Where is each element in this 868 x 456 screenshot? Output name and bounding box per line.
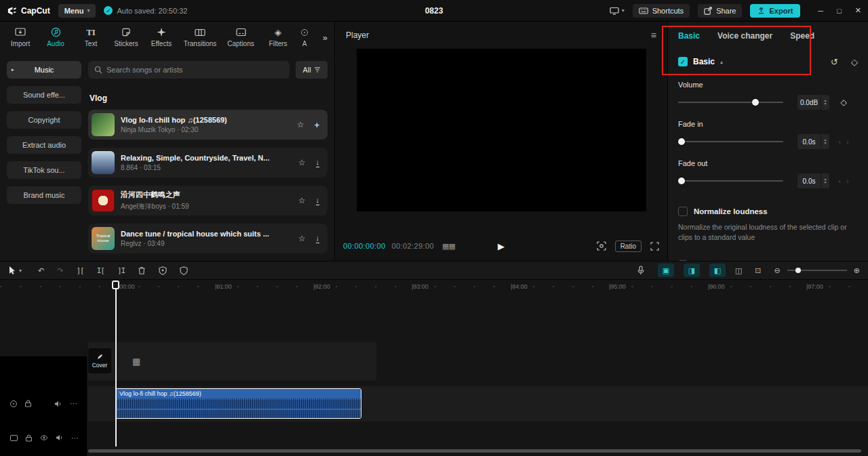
timeline-ruler[interactable]: 00:00 |01:00 |02:00 |03:00 |04:00 |05:00… xyxy=(0,280,868,293)
volume-slider[interactable] xyxy=(678,98,783,107)
search-box[interactable] xyxy=(88,61,290,79)
delete-right-button[interactable]: ]I xyxy=(117,266,125,275)
song-item[interactable]: Vlog lo-fi chill hop ♫(1258569) Ninja Mu… xyxy=(88,110,328,140)
share-button[interactable]: Share xyxy=(698,4,742,18)
expand-tabs-icon[interactable]: » xyxy=(323,33,332,43)
playhead-handle[interactable] xyxy=(112,281,119,289)
speaker-icon[interactable] xyxy=(54,400,62,407)
favorite-icon[interactable]: ☆ xyxy=(298,234,306,243)
player-menu-icon[interactable]: ≡ xyxy=(651,30,656,41)
tab-transitions[interactable]: Transitions xyxy=(179,27,221,47)
delete-button[interactable] xyxy=(138,266,146,275)
download-icon[interactable]: ↓ xyxy=(316,158,320,167)
tab-voice-changer[interactable]: Voice changer xyxy=(717,31,772,41)
sidebar-item-music[interactable]: ▸ Music xyxy=(7,61,81,79)
basic-checkbox[interactable]: ✓ xyxy=(678,57,688,66)
eye-icon[interactable] xyxy=(40,435,48,440)
filter-all-button[interactable]: All xyxy=(296,61,328,79)
volume-stepper[interactable]: ▴ ▾ xyxy=(821,95,829,110)
tab-basic[interactable]: Basic xyxy=(678,31,700,41)
more-options-icon[interactable]: ⋯ xyxy=(71,434,79,442)
sidebar-item-copyright[interactable]: Copyright xyxy=(7,111,81,129)
menu-button[interactable]: Menu ▾ xyxy=(58,4,96,18)
split-button[interactable]: ][ xyxy=(76,266,83,275)
tab-text[interactable]: TI Text xyxy=(73,27,108,47)
redo-button[interactable]: ↷ xyxy=(57,266,63,275)
delete-left-button[interactable]: I[ xyxy=(97,266,104,275)
download-icon[interactable]: ↓ xyxy=(316,234,320,243)
collapse-icon[interactable]: ▴ xyxy=(720,59,723,65)
tab-adjust-truncated[interactable]: A xyxy=(296,27,313,47)
fade-out-stepper[interactable]: ▴ ▾ xyxy=(821,173,829,188)
sidebar-item-brand-music[interactable]: Brand music xyxy=(7,186,81,204)
fullscreen-icon[interactable] xyxy=(650,242,659,251)
undo-button[interactable]: ↶ xyxy=(38,266,44,275)
sidebar-item-extract-audio[interactable]: Extract audio xyxy=(7,136,81,154)
volume-keyframe-icon[interactable]: ◇ xyxy=(840,98,846,107)
favorite-icon[interactable]: ☆ xyxy=(298,158,306,167)
favorite-icon[interactable]: ☆ xyxy=(298,196,306,205)
fade-in-slider[interactable] xyxy=(678,137,783,146)
mask-button[interactable] xyxy=(159,266,167,275)
volume-value-box[interactable]: 0.0dB ▴ ▾ xyxy=(797,95,829,110)
minimize-button[interactable]: ─ xyxy=(818,7,823,15)
record-voiceover-button[interactable] xyxy=(637,266,645,275)
tab-import[interactable]: Import xyxy=(3,27,38,47)
slider-thumb[interactable] xyxy=(678,178,685,184)
tab-speed[interactable]: Speed xyxy=(790,31,814,41)
select-tool-button[interactable]: ▾ xyxy=(8,266,22,275)
magnet-toggle-icon[interactable]: ▣ xyxy=(658,264,674,277)
video-track[interactable]: ▦ xyxy=(87,342,376,381)
stepper-down-icon[interactable]: ▾ xyxy=(824,142,826,145)
export-button[interactable]: Export xyxy=(750,4,800,18)
fade-out-slider[interactable] xyxy=(678,176,783,186)
tab-audio[interactable]: Audio xyxy=(38,27,73,47)
shield-outline-button[interactable] xyxy=(180,266,188,275)
close-button[interactable]: ✕ xyxy=(855,6,861,15)
frame-preview-icon[interactable]: ▦▦ xyxy=(442,242,455,251)
fade-out-value-box[interactable]: 0.0s ▴ ▾ xyxy=(797,173,829,188)
shortcuts-button[interactable]: Shortcuts xyxy=(633,4,690,18)
song-item[interactable]: Tropical House Dance tune / tropical hou… xyxy=(88,224,328,253)
tab-filters[interactable]: ◈ Filters xyxy=(260,27,296,47)
lock-icon[interactable] xyxy=(24,400,32,407)
reset-icon[interactable]: ↺ xyxy=(831,57,838,67)
maximize-button[interactable]: □ xyxy=(837,7,842,15)
slider-thumb[interactable] xyxy=(752,99,759,106)
tab-stickers[interactable]: Stickers xyxy=(108,27,144,47)
preview-quality-icon[interactable]: ⊡ xyxy=(755,266,761,275)
timeline-zoom-slider[interactable] xyxy=(787,266,847,274)
play-button[interactable]: ▶ xyxy=(498,241,505,251)
sidebar-item-sound-effects[interactable]: Sound effe... xyxy=(7,86,81,104)
focus-icon[interactable] xyxy=(597,241,606,251)
song-item[interactable]: Relaxing, Simple, Countryside, Travel, N… xyxy=(88,148,328,178)
favorite-icon[interactable]: ☆ xyxy=(297,120,304,129)
search-input[interactable] xyxy=(106,66,283,74)
zoom-in-button[interactable]: ⊕ xyxy=(854,266,860,275)
keyframe-icon[interactable]: ◇ xyxy=(851,57,858,67)
fade-in-stepper[interactable]: ▴ ▾ xyxy=(821,134,829,149)
ratio-button[interactable]: Ratio xyxy=(615,241,642,252)
display-mode-button[interactable]: ▾ xyxy=(610,7,625,15)
playhead-line[interactable] xyxy=(115,281,117,447)
lock-icon[interactable] xyxy=(25,434,33,442)
zoom-slider-thumb[interactable] xyxy=(795,268,801,273)
sidebar-item-tiktok-sounds[interactable]: TikTok sou... xyxy=(7,161,81,179)
more-options-icon[interactable]: ⋯ xyxy=(70,399,78,408)
add-to-timeline-icon[interactable]: + xyxy=(314,120,319,130)
tab-captions[interactable]: Captions xyxy=(221,27,260,47)
cover-button[interactable]: Cover xyxy=(88,348,111,373)
link-clips-toggle-icon[interactable]: ◨ xyxy=(684,264,700,277)
horizontal-scrollbar[interactable] xyxy=(88,449,861,453)
normalize-checkbox[interactable] xyxy=(678,207,688,216)
stepper-down-icon[interactable]: ▾ xyxy=(824,181,826,184)
speaker-icon[interactable] xyxy=(56,434,64,441)
stepper-down-icon[interactable]: ▾ xyxy=(824,102,826,106)
view-mode-icon[interactable]: ◫ xyxy=(735,266,742,275)
song-item[interactable]: 沿河四中鹤鸣之声 Angel海洋boys · 01:59 ☆ ↓ xyxy=(88,186,328,215)
slider-thumb[interactable] xyxy=(678,138,685,145)
zoom-out-button[interactable]: ⊖ xyxy=(774,266,781,275)
audio-clip[interactable]: Vlog lo-fi chill hop ♫(1258569) xyxy=(115,388,361,419)
tab-effects[interactable]: Effects xyxy=(144,27,179,47)
fade-in-value-box[interactable]: 0.0s ▴ ▾ xyxy=(797,134,829,149)
